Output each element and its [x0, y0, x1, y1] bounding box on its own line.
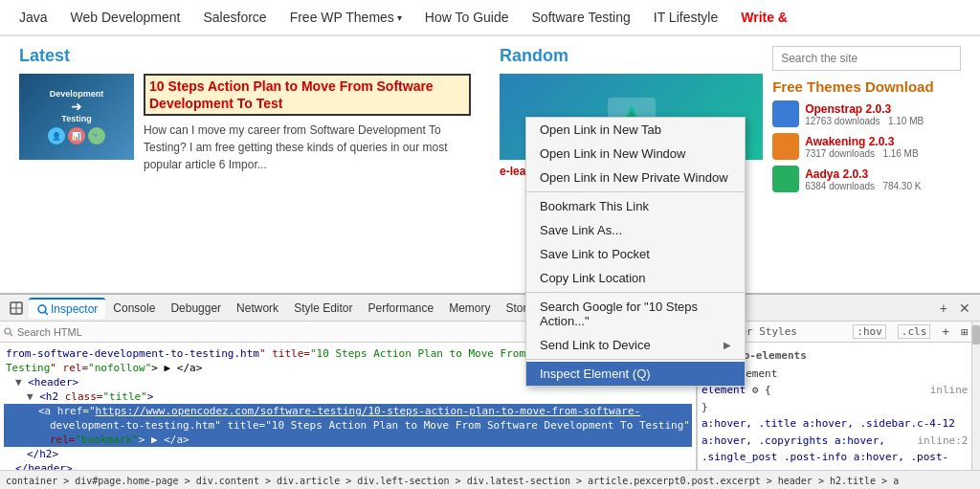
css-rule-singlepost: .single_post .post-info a:hover, .post-i… — [702, 449, 969, 470]
html-line-7: </header> — [4, 461, 692, 470]
latest-article: Development ➜ Testing 👤 📊 🔧 10 Steps Act… — [19, 74, 471, 173]
html-line-3: ▼ <h2 class="title"> — [4, 389, 692, 404]
css-rule-close: } — [702, 399, 969, 416]
html-line-5[interactable]: development-to-testing.htm" title="10 St… — [4, 418, 692, 433]
theme-name-2[interactable]: Aadya 2.0.3 — [805, 167, 921, 181]
article-content: 10 Steps Action Plan to Move From Softwa… — [144, 74, 471, 173]
context-menu-separator-3 — [526, 359, 745, 360]
devtools-breadcrumb: container > div#page.home-page > div.con… — [0, 470, 980, 489]
context-menu-separator-2 — [526, 292, 745, 293]
tab-network[interactable]: Network — [229, 299, 286, 318]
context-menu-item-4[interactable]: Save Link As... — [526, 218, 745, 242]
top-navigation: Java Web Development Salesforce Free WP … — [0, 0, 980, 36]
nav-softwaretesting[interactable]: Software Testing — [532, 10, 631, 25]
search-icon — [4, 327, 13, 337]
context-menu: Open Link in New Tab Open Link in New Wi… — [525, 117, 746, 387]
article-excerpt: How can I move my career from Software D… — [144, 122, 471, 173]
context-menu-item-send[interactable]: Send Link to Device ▶ — [526, 333, 745, 357]
article-image: Development ➜ Testing 👤 📊 🔧 — [19, 74, 134, 160]
context-menu-separator-1 — [526, 191, 745, 192]
theme-name-1[interactable]: Awakening 2.0.3 — [805, 135, 918, 148]
svg-point-7 — [5, 328, 11, 334]
submenu-arrow-icon: ▶ — [724, 340, 731, 350]
devtools-panel: Inspector Console Debugger Network Style… — [0, 293, 980, 489]
theme-icon-1 — [772, 133, 799, 160]
latest-section: Latest Development ➜ Testing 👤 📊 🔧 — [19, 46, 490, 237]
nav-freewpthemes[interactable]: Free WP Themes ▾ — [290, 10, 402, 25]
tab-style-editor[interactable]: Style Editor — [286, 299, 360, 318]
context-menu-item-1[interactable]: Open Link in New Window — [526, 142, 745, 166]
theme-item-0: Openstrap 2.0.3 12763 downloads 1.10 MB — [772, 100, 961, 127]
tab-debugger[interactable]: Debugger — [163, 299, 229, 318]
themes-list: Openstrap 2.0.3 12763 downloads 1.10 MB … — [772, 100, 961, 192]
theme-icon-2 — [772, 166, 799, 192]
nav-write[interactable]: Write & — [741, 10, 788, 25]
devtools-content: + ✕ from-software-development-to-testing… — [0, 322, 980, 470]
themes-heading: Free Themes Download — [772, 78, 961, 95]
tab-console[interactable]: Console — [105, 299, 163, 318]
context-menu-item-6[interactable]: Copy Link Location — [526, 266, 745, 290]
breadcrumb-text: container > div#page.home-page > div.con… — [6, 476, 899, 486]
context-menu-item-inspect[interactable]: Inspect Element (Q) — [526, 362, 745, 386]
devtools-close-button[interactable]: ✕ — [953, 299, 976, 318]
search-input[interactable] — [772, 46, 961, 71]
devtools-plus-button[interactable]: + — [934, 299, 953, 318]
html-line-5b[interactable]: rel="bookmark"> ▶ </a> — [4, 433, 692, 447]
nav-java[interactable]: Java — [19, 10, 48, 25]
cls-button[interactable]: .cls — [898, 324, 931, 339]
main-content: Latest Development ➜ Testing 👤 📊 🔧 — [0, 36, 980, 247]
context-menu-item-7[interactable]: Search Google for "10 Steps Action..." — [526, 295, 745, 333]
nav-webdev[interactable]: Web Development — [71, 10, 181, 25]
dropdown-arrow-icon: ▾ — [397, 12, 402, 23]
sidebar: Free Themes Download Openstrap 2.0.3 127… — [772, 46, 961, 237]
tab-performance[interactable]: Performance — [360, 299, 441, 318]
nav-howtoguide[interactable]: How To Guide — [425, 10, 509, 25]
nav-itlifestyle[interactable]: IT Lifestyle — [654, 10, 718, 25]
svg-point-5 — [38, 305, 46, 313]
devtools-toolbar: Inspector Console Debugger Network Style… — [0, 295, 980, 322]
nav-salesforce[interactable]: Salesforce — [204, 10, 267, 25]
theme-meta-1: 7317 downloads 1.16 MB — [805, 148, 918, 159]
styles-add-rule-button[interactable]: + — [942, 324, 949, 339]
latest-title: Latest — [19, 46, 471, 66]
html-line-6: </h2> — [4, 447, 692, 461]
context-menu-item-3[interactable]: Bookmark This Link — [526, 194, 745, 218]
article-title[interactable]: 10 Steps Action Plan to Move From Softwa… — [144, 74, 471, 116]
random-title: Random — [500, 46, 763, 66]
svg-line-8 — [11, 333, 13, 336]
tab-inspector[interactable]: Inspector — [29, 298, 105, 319]
hov-button[interactable]: :hov — [853, 324, 886, 339]
svg-line-6 — [45, 312, 48, 315]
styles-settings-icon[interactable]: ⊞ — [961, 325, 968, 339]
devtools-pick-button[interactable] — [4, 299, 29, 318]
tab-memory[interactable]: Memory — [441, 299, 498, 318]
html-line-4[interactable]: <a href="https://www.opencodez.com/softw… — [4, 404, 692, 418]
css-rule-ahover: a:hover, .title a:hover, .sidebar.c-4-12… — [702, 415, 969, 433]
theme-name-0[interactable]: Openstrap 2.0.3 — [805, 102, 924, 116]
context-menu-item-0[interactable]: Open Link in New Tab — [526, 118, 745, 142]
theme-icon-0 — [772, 100, 799, 127]
context-menu-item-5[interactable]: Save Link to Pocket — [526, 242, 745, 266]
theme-item-2: Aadya 2.0.3 6384 downloads 784.30 K — [772, 166, 961, 192]
theme-item-1: Awakening 2.0.3 7317 downloads 1.16 MB — [772, 133, 961, 160]
theme-meta-0: 12763 downloads 1.10 MB — [805, 116, 924, 126]
theme-meta-2: 6384 downloads 784.30 K — [805, 181, 921, 191]
context-menu-item-2[interactable]: Open Link in New Private Window — [526, 166, 745, 189]
styles-scrollbar[interactable] — [971, 322, 980, 470]
